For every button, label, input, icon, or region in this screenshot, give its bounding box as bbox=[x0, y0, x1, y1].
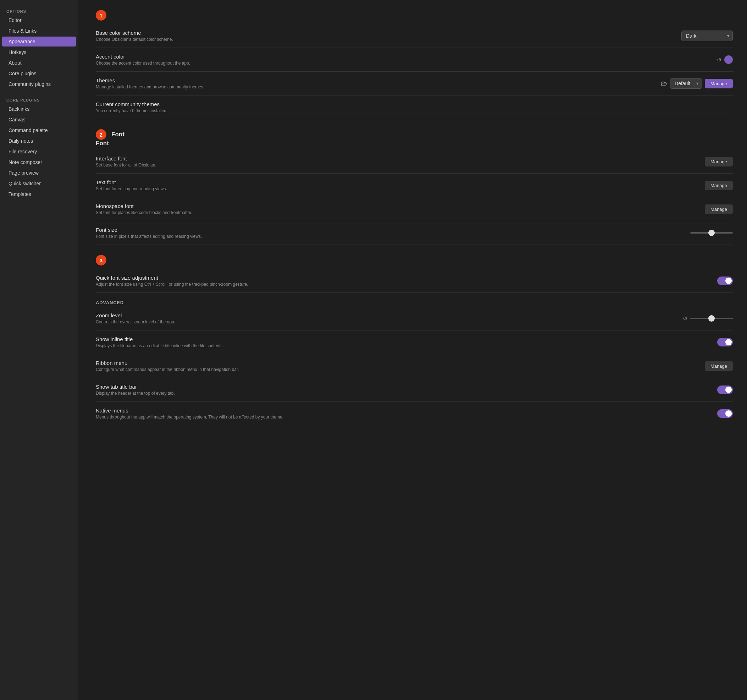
show-tab-title-bar-toggle-thumb bbox=[725, 386, 732, 393]
setting-desc-native-menus: Menus throughout the app will match the … bbox=[96, 415, 710, 420]
interface-font-manage-button[interactable]: Manage bbox=[705, 157, 733, 167]
advanced-section-label: Advanced bbox=[96, 293, 733, 307]
setting-row-themes: Themes Manage installed themes and brows… bbox=[96, 72, 733, 95]
setting-name-quick-font-size: Quick font size adjustment bbox=[96, 275, 710, 281]
sidebar-item-backlinks[interactable]: Backlinks bbox=[2, 104, 76, 114]
setting-desc-font-size: Font size in pixels that affects editing… bbox=[96, 234, 683, 239]
native-menus-toggle[interactable] bbox=[717, 409, 733, 418]
show-inline-title-toggle-track[interactable] bbox=[717, 338, 733, 347]
setting-row-base-color-scheme: Base color scheme Choose Obsidian's defa… bbox=[96, 24, 733, 48]
sidebar-item-canvas[interactable]: Canvas bbox=[2, 115, 76, 124]
setting-desc-themes: Manage installed themes and browse commu… bbox=[96, 85, 654, 89]
setting-row-show-inline-title: Show inline title Displays the filename … bbox=[96, 330, 733, 354]
themes-manage-button[interactable]: Manage bbox=[705, 79, 733, 88]
setting-row-monospace-font: Monospace font Set font for places like … bbox=[96, 197, 733, 221]
setting-name-ribbon-menu: Ribbon menu bbox=[96, 360, 698, 366]
setting-row-quick-font-size: Quick font size adjustment Adjust the fo… bbox=[96, 269, 733, 293]
show-tab-title-bar-toggle-track[interactable] bbox=[717, 385, 733, 394]
sidebar-item-file-recovery[interactable]: File recovery bbox=[2, 147, 76, 156]
setting-row-interface-font: Interface font Set base font for all of … bbox=[96, 150, 733, 174]
setting-desc-accent-color: Choose the accent color used throughout … bbox=[96, 61, 710, 66]
native-menus-toggle-track[interactable] bbox=[717, 409, 733, 418]
show-tab-title-bar-toggle[interactable] bbox=[717, 385, 733, 394]
sidebar-item-command-palette[interactable]: Command palette bbox=[2, 125, 76, 135]
section-1-header: 1 bbox=[96, 0, 733, 24]
themes-dropdown-wrapper[interactable]: Default bbox=[670, 78, 702, 89]
sidebar-item-quick-switcher[interactable]: Quick switcher bbox=[2, 179, 76, 188]
text-font-manage-button[interactable]: Manage bbox=[705, 181, 733, 190]
accent-color-circle[interactable] bbox=[724, 55, 733, 64]
core-plugins-section-label: Core plugins bbox=[0, 94, 78, 104]
sidebar-item-editor[interactable]: Editor bbox=[2, 15, 76, 25]
setting-name-show-inline-title: Show inline title bbox=[96, 336, 710, 342]
setting-name-accent-color: Accent color bbox=[96, 54, 710, 60]
font-size-slider[interactable] bbox=[690, 232, 733, 233]
section-2-badge: 2 bbox=[96, 129, 106, 140]
setting-desc-ribbon-menu: Configure what commands appear in the ri… bbox=[96, 367, 698, 372]
setting-row-font-size: Font size Font size in pixels that affec… bbox=[96, 221, 733, 245]
monospace-font-manage-button[interactable]: Manage bbox=[705, 205, 733, 214]
sidebar-item-community-plugins[interactable]: Community plugins bbox=[2, 79, 76, 89]
ribbon-menu-manage-button[interactable]: Manage bbox=[705, 361, 733, 371]
setting-row-accent-color: Accent color Choose the accent color use… bbox=[96, 48, 733, 72]
setting-name-native-menus: Native menus bbox=[96, 408, 710, 414]
setting-name-show-tab-title-bar: Show tab title bar bbox=[96, 384, 710, 390]
setting-row-native-menus: Native menus Menus throughout the app wi… bbox=[96, 402, 733, 425]
sidebar: Options Editor Files & Links Appearance … bbox=[0, 0, 78, 700]
setting-desc-quick-font-size: Adjust the font size using Ctrl + Scroll… bbox=[96, 282, 710, 287]
setting-row-show-tab-title-bar: Show tab title bar Display the header at… bbox=[96, 378, 733, 402]
sidebar-item-files-links[interactable]: Files & Links bbox=[2, 26, 76, 36]
sidebar-item-page-preview[interactable]: Page preview bbox=[2, 168, 76, 178]
sidebar-item-hotkeys[interactable]: Hotkeys bbox=[2, 47, 76, 57]
setting-name-themes: Themes bbox=[96, 77, 654, 83]
setting-name-font-size: Font size bbox=[96, 227, 683, 233]
show-inline-title-toggle-thumb bbox=[725, 339, 732, 345]
quick-font-size-toggle[interactable] bbox=[717, 277, 733, 285]
sidebar-item-about[interactable]: About bbox=[2, 58, 76, 68]
themes-dropdown[interactable]: Default bbox=[670, 78, 702, 89]
base-color-scheme-dropdown-wrapper[interactable]: Dark Light Adapt to system bbox=[681, 30, 733, 41]
setting-desc-monospace-font: Set font for places like code blocks and… bbox=[96, 210, 698, 215]
themes-folder-icon[interactable]: 🗁 bbox=[661, 80, 667, 87]
sidebar-item-note-composer[interactable]: Note composer bbox=[2, 157, 76, 167]
setting-name-zoom-level: Zoom level bbox=[96, 312, 676, 318]
zoom-level-reset-icon[interactable]: ↺ bbox=[683, 315, 687, 322]
section-1-badge: 1 bbox=[96, 10, 106, 21]
sidebar-item-templates[interactable]: Templates bbox=[2, 189, 76, 199]
section-2-title: Font bbox=[111, 131, 124, 138]
show-inline-title-toggle[interactable] bbox=[717, 338, 733, 347]
setting-name-interface-font: Interface font bbox=[96, 156, 698, 162]
setting-desc-current-community-themes: You currently have 0 themes installed. bbox=[96, 108, 726, 113]
setting-name-current-community-themes: Current community themes bbox=[96, 101, 726, 107]
setting-desc-zoom-level: Controls the overall zoom level of the a… bbox=[96, 320, 676, 324]
base-color-scheme-dropdown[interactable]: Dark Light Adapt to system bbox=[681, 30, 733, 41]
main-content: 1 Base color scheme Choose Obsidian's de… bbox=[78, 0, 747, 700]
setting-name-text-font: Text font bbox=[96, 179, 698, 185]
zoom-level-slider[interactable] bbox=[690, 318, 733, 319]
native-menus-toggle-thumb bbox=[725, 411, 732, 417]
section-3-header: 3 bbox=[96, 245, 733, 269]
setting-row-ribbon-menu: Ribbon menu Configure what commands appe… bbox=[96, 354, 733, 378]
setting-row-zoom-level: Zoom level Controls the overall zoom lev… bbox=[96, 307, 733, 330]
accent-color-reset-icon[interactable]: ↺ bbox=[717, 56, 721, 63]
setting-desc-interface-font: Set base font for all of Obsidian. bbox=[96, 162, 698, 168]
setting-desc-show-tab-title-bar: Display the header at the top of every t… bbox=[96, 391, 710, 396]
quick-font-size-toggle-track[interactable] bbox=[717, 277, 733, 285]
sidebar-item-core-plugins[interactable]: Core plugins bbox=[2, 68, 76, 79]
font-size-slider-wrapper bbox=[690, 232, 733, 233]
section-3-badge: 3 bbox=[96, 255, 106, 265]
setting-desc-show-inline-title: Displays the filename as an editable tit… bbox=[96, 343, 710, 348]
setting-desc-base-color-scheme: Choose Obsidian's default color scheme. bbox=[96, 37, 674, 42]
setting-name-base-color-scheme: Base color scheme bbox=[96, 30, 674, 36]
setting-row-text-font: Text font Set font for editing and readi… bbox=[96, 174, 733, 197]
zoom-level-slider-wrapper bbox=[690, 318, 733, 319]
sidebar-item-appearance[interactable]: Appearance bbox=[2, 36, 76, 47]
setting-desc-text-font: Set font for editing and reading views. bbox=[96, 186, 698, 191]
setting-row-current-community-themes: Current community themes You currently h… bbox=[96, 95, 733, 119]
font-section-heading: Font bbox=[96, 140, 733, 147]
quick-font-size-toggle-thumb bbox=[725, 277, 732, 284]
options-section-label: Options bbox=[0, 6, 78, 15]
sidebar-item-daily-notes[interactable]: Daily notes bbox=[2, 136, 76, 146]
setting-name-monospace-font: Monospace font bbox=[96, 203, 698, 209]
